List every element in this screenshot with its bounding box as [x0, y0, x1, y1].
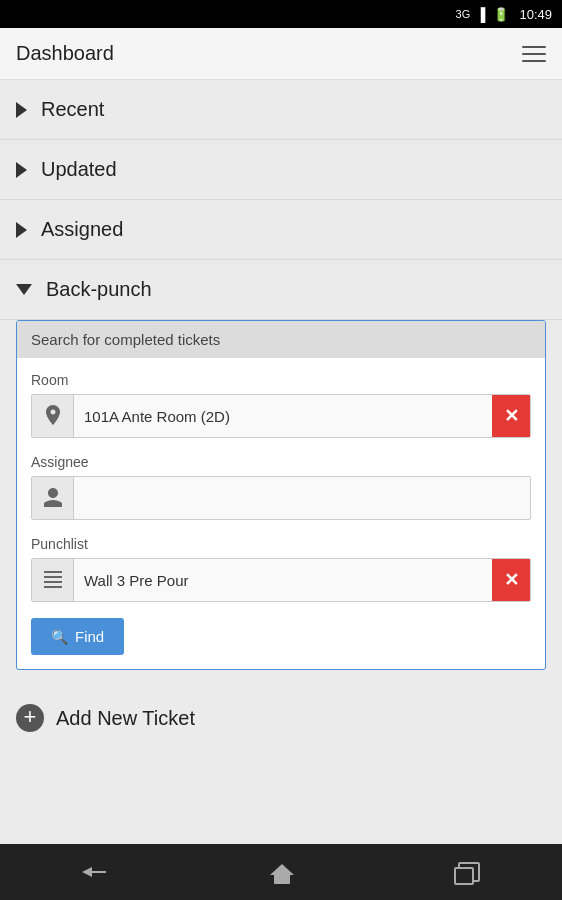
time-display: 10:49 — [519, 7, 552, 22]
punchlist-label: Punchlist — [31, 536, 531, 552]
punchlist-field-row: ✕ — [31, 558, 531, 602]
punchlist-clear-button[interactable]: ✕ — [492, 559, 530, 601]
signal-text: 3G — [456, 8, 471, 20]
search-card-header: Search for completed tickets — [17, 321, 545, 358]
hamburger-menu-button[interactable] — [522, 46, 546, 62]
section-recent[interactable]: Recent — [0, 80, 562, 140]
assignee-icon — [32, 477, 74, 519]
room-icon — [32, 395, 74, 437]
find-button-label: Find — [75, 628, 104, 645]
signal-icon: ▐ — [476, 7, 485, 22]
back-arrow-icon — [82, 863, 106, 881]
chevron-down-icon — [16, 284, 32, 295]
add-new-ticket-row[interactable]: + Add New Ticket — [0, 686, 562, 750]
chevron-right-icon — [16, 102, 27, 118]
section-recent-label: Recent — [41, 98, 104, 121]
person-icon — [44, 488, 62, 508]
status-bar: 3G ▐ 🔋 10:49 — [0, 0, 562, 28]
battery-icon: 🔋 — [493, 7, 509, 22]
room-input[interactable] — [74, 395, 492, 437]
room-clear-icon: ✕ — [504, 407, 519, 425]
nav-bar — [0, 844, 562, 900]
room-field-group: Room ✕ — [31, 372, 531, 438]
section-assigned-label: Assigned — [41, 218, 123, 241]
assignee-label: Assignee — [31, 454, 531, 470]
punchlist-input[interactable] — [74, 559, 492, 601]
assignee-field-row — [31, 476, 531, 520]
add-ticket-label: Add New Ticket — [56, 707, 195, 730]
search-header-text: Search for completed tickets — [31, 331, 220, 348]
plus-circle-icon: + — [16, 704, 44, 732]
svg-rect-0 — [44, 571, 62, 573]
plus-symbol: + — [24, 706, 37, 728]
section-updated-label: Updated — [41, 158, 117, 181]
status-icons: 3G ▐ 🔋 10:49 — [456, 7, 552, 22]
section-backpunch[interactable]: Back-punch — [0, 260, 562, 320]
hamburger-line-2 — [522, 53, 546, 55]
punchlist-icon — [32, 559, 74, 601]
nav-recents-button[interactable] — [438, 854, 500, 890]
assignee-field-group: Assignee — [31, 454, 531, 520]
hamburger-line-1 — [522, 46, 546, 48]
svg-rect-3 — [44, 586, 62, 588]
search-card-body: Room ✕ Assigne — [17, 358, 545, 669]
search-card: Search for completed tickets Room — [16, 320, 546, 670]
location-pin-icon — [44, 405, 62, 427]
assignee-input[interactable] — [74, 477, 530, 519]
search-btn-icon: 🔍 — [51, 629, 68, 645]
svg-rect-2 — [44, 581, 62, 583]
section-backpunch-label: Back-punch — [46, 278, 152, 301]
punchlist-clear-icon: ✕ — [504, 571, 519, 589]
room-clear-button[interactable]: ✕ — [492, 395, 530, 437]
chevron-right-icon-2 — [16, 162, 27, 178]
svg-rect-1 — [44, 576, 62, 578]
home-icon — [270, 860, 294, 884]
hamburger-line-3 — [522, 60, 546, 62]
punchlist-field-group: Punchlist ✕ — [31, 536, 531, 602]
recents-icon — [458, 862, 480, 882]
chevron-right-icon-3 — [16, 222, 27, 238]
section-updated[interactable]: Updated — [0, 140, 562, 200]
find-button[interactable]: 🔍 Find — [31, 618, 124, 655]
room-field-row: ✕ — [31, 394, 531, 438]
list-icon — [44, 571, 62, 589]
nav-home-button[interactable] — [250, 852, 314, 892]
section-assigned[interactable]: Assigned — [0, 200, 562, 260]
backpunch-panel: Search for completed tickets Room — [0, 320, 562, 686]
main-content: Recent Updated Assigned Back-punch Searc… — [0, 80, 562, 844]
room-label: Room — [31, 372, 531, 388]
page-title: Dashboard — [16, 42, 114, 65]
top-bar: Dashboard — [0, 28, 562, 80]
nav-back-button[interactable] — [62, 855, 126, 889]
